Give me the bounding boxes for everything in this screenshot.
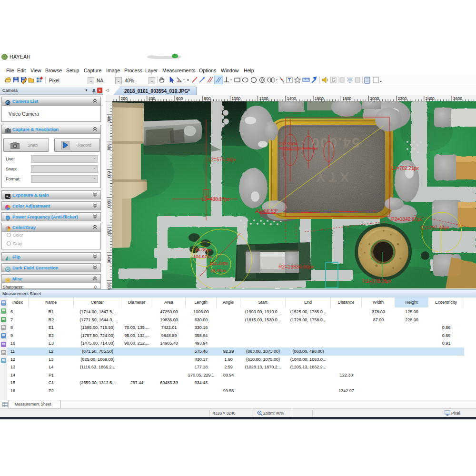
svg-text:2600: 2600 [453,96,462,101]
svg-text:200: 200 [121,96,128,101]
svg-text:1000: 1000 [231,96,240,101]
svg-text:L2=575.46px: L2=575.46px [208,157,236,162]
svg-text:48.60px: 48.60px [210,268,227,273]
svg-text:R2=19836.00px: R2=19836.00px [278,264,314,269]
svg-text:1400: 1400 [287,96,296,101]
svg-text:800: 800 [107,171,111,178]
svg-text:1400: 1400 [107,254,111,263]
svg-text:212.00px: 212.00px [278,141,297,146]
svg-text:1600: 1600 [107,282,111,289]
svg-text:400: 400 [107,116,111,122]
svg-text:90.00px≈00px≈200.0px: 90.00px≈00px≈200.0px [278,146,318,150]
svg-text:2000: 2000 [370,96,379,101]
svg-text:400: 400 [149,96,155,101]
svg-text:L3=430.17px: L3=430.17px [202,197,229,202]
svg-text:1200: 1200 [259,96,268,101]
svg-text:600: 600 [176,96,183,101]
svg-text:84.85px: 84.85px [195,247,211,252]
svg-text:600: 600 [107,143,111,150]
svg-text:1200: 1200 [107,227,111,236]
svg-text:132.20px: 132.20px [209,260,228,266]
svg-text:1600: 1600 [315,96,324,101]
svg-text:2200: 2200 [398,96,407,101]
svg-text:Tc1=378.06px: Tc1=378.06px [362,278,392,284]
svg-text:A1=56.53°: A1=56.53° [256,208,278,214]
svg-text:G: G [332,78,336,83]
svg-text:C1=297.44px: C1=297.44px [421,225,449,230]
svg-text:2400: 2400 [426,96,435,101]
svg-text:104.67px: 104.67px [193,254,212,259]
svg-text:L1=702.21px: L1=702.21px [391,166,419,171]
svg-text:P2=1342.97px: P2=1342.97px [391,217,422,222]
svg-text:800: 800 [204,96,210,101]
svg-text:1000: 1000 [107,199,111,208]
svg-text:1800: 1800 [342,96,351,101]
